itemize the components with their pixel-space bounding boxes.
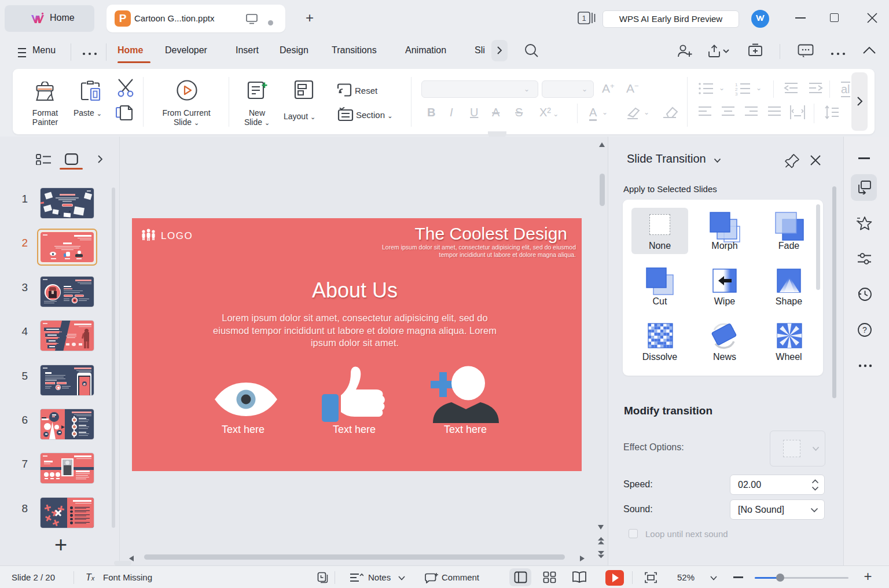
svg-text:?: ? xyxy=(862,325,867,335)
svg-text:3: 3 xyxy=(735,91,738,95)
svg-text:1: 1 xyxy=(582,14,586,23)
